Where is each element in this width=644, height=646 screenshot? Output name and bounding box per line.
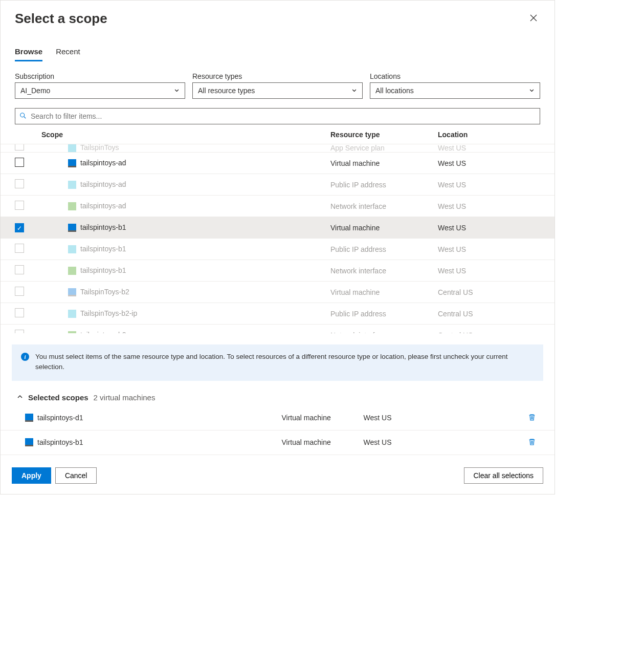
subscription-value: AI_Demo bbox=[20, 87, 50, 95]
resource-location: West US bbox=[438, 159, 540, 167]
resource-name: tailspintoys-b2 bbox=[80, 331, 126, 333]
resource-name: TailspinToys bbox=[80, 144, 119, 152]
resource-table[interactable]: TailspinToysApp Service planWest UStails… bbox=[1, 144, 554, 333]
resource-name: tailspintoys-ad bbox=[80, 159, 126, 167]
resource-type: Virtual machine bbox=[330, 288, 438, 296]
chevron-down-icon bbox=[173, 85, 181, 96]
subscription-label: Subscription bbox=[15, 72, 185, 80]
locations-value: All locations bbox=[375, 87, 414, 95]
nic-icon bbox=[68, 202, 76, 210]
row-checkbox bbox=[15, 265, 24, 274]
resource-type: Virtual machine bbox=[330, 159, 438, 167]
table-row: tailspintoys-adNetwork interfaceWest US bbox=[1, 196, 554, 217]
selected-scope-row: tailspintoys-b1Virtual machineWest US bbox=[1, 430, 554, 455]
resource-name: TailspinToys-b2-ip bbox=[80, 309, 137, 317]
table-row: tailspintoys-b2Network interfaceCentral … bbox=[1, 325, 554, 333]
search-input[interactable] bbox=[30, 112, 536, 121]
resource-name: TailspinToys-b2 bbox=[80, 288, 129, 296]
vm-icon bbox=[25, 414, 33, 422]
select-scope-panel: Select a scope Browse Recent Subscriptio… bbox=[0, 0, 555, 494]
column-scope: Scope bbox=[41, 131, 330, 139]
resource-type: Public IP address bbox=[330, 310, 438, 318]
locations-select[interactable]: All locations bbox=[370, 82, 540, 99]
resource-name: tailspintoys-b1 bbox=[80, 223, 126, 231]
close-button[interactable] bbox=[527, 11, 540, 26]
tab-browse[interactable]: Browse bbox=[15, 47, 42, 61]
vm-icon bbox=[68, 288, 76, 296]
panel-title: Select a scope bbox=[15, 11, 107, 27]
selected-location: West US bbox=[364, 438, 528, 446]
apply-button[interactable]: Apply bbox=[12, 467, 51, 484]
row-checkbox[interactable] bbox=[15, 223, 24, 232]
nic-icon bbox=[68, 331, 76, 333]
selected-type: Virtual machine bbox=[282, 438, 364, 446]
row-checkbox bbox=[15, 308, 24, 317]
table-row[interactable]: tailspintoys-adVirtual machineWest US bbox=[1, 153, 554, 174]
resource-types-select[interactable]: All resource types bbox=[192, 82, 363, 99]
table-row: TailspinToys-b2Virtual machineCentral US bbox=[1, 282, 554, 303]
resource-type: Public IP address bbox=[330, 181, 438, 189]
resource-type: Network interface bbox=[330, 267, 438, 275]
selected-scope-row: tailspintoys-d1Virtual machineWest US bbox=[1, 406, 554, 430]
clear-all-button[interactable]: Clear all selections bbox=[464, 467, 544, 484]
close-icon bbox=[530, 13, 537, 24]
ip-icon bbox=[68, 181, 76, 189]
subscription-select[interactable]: AI_Demo bbox=[15, 82, 185, 99]
resource-types-label: Resource types bbox=[192, 72, 363, 80]
column-type: Resource type bbox=[330, 131, 438, 139]
table-row: tailspintoys-b1Public IP addressWest US bbox=[1, 239, 554, 260]
resource-type: Network interface bbox=[330, 202, 438, 210]
resource-location: West US bbox=[438, 267, 540, 275]
selected-scopes-count: 2 virtual machines bbox=[94, 393, 156, 402]
resource-type: App Service plan bbox=[330, 144, 438, 152]
row-checkbox bbox=[15, 330, 24, 333]
cancel-button[interactable]: Cancel bbox=[55, 467, 97, 484]
search-field[interactable] bbox=[15, 108, 540, 124]
resource-location: West US bbox=[438, 202, 540, 210]
resource-name: tailspintoys-b1 bbox=[80, 245, 126, 253]
resource-type: Virtual machine bbox=[330, 224, 438, 232]
row-checkbox bbox=[15, 179, 24, 188]
row-checkbox bbox=[15, 244, 24, 253]
selected-scopes-header[interactable]: Selected scopes 2 virtual machines bbox=[1, 381, 554, 406]
resource-location: West US bbox=[438, 224, 540, 232]
table-row[interactable]: TailspinToysApp Service planWest US bbox=[1, 144, 554, 153]
vm-icon bbox=[25, 438, 33, 446]
selected-name: tailspintoys-b1 bbox=[37, 438, 83, 446]
svg-line-1 bbox=[24, 116, 26, 118]
remove-selection-button[interactable] bbox=[528, 438, 540, 447]
vm-icon bbox=[68, 224, 76, 232]
ip-icon bbox=[68, 310, 76, 318]
resource-name: tailspintoys-b1 bbox=[80, 266, 126, 274]
nic-icon bbox=[68, 267, 76, 275]
selected-scopes-label: Selected scopes bbox=[28, 393, 88, 402]
locations-label: Locations bbox=[370, 72, 540, 80]
chevron-down-icon bbox=[350, 85, 358, 96]
chevron-up-icon bbox=[17, 394, 23, 401]
selected-name: tailspintoys-d1 bbox=[37, 414, 83, 422]
resource-types-value: All resource types bbox=[198, 87, 255, 95]
resource-location: West US bbox=[438, 181, 540, 189]
row-checkbox[interactable] bbox=[15, 158, 24, 167]
svg-point-0 bbox=[20, 113, 25, 117]
info-icon: i bbox=[21, 353, 29, 361]
row-checkbox bbox=[15, 287, 24, 296]
resource-location: West US bbox=[438, 245, 540, 253]
table-header: Scope Resource type Location bbox=[1, 124, 554, 144]
row-checkbox bbox=[15, 144, 24, 150]
table-row[interactable]: tailspintoys-b1Virtual machineWest US bbox=[1, 217, 554, 239]
resource-location: Central US bbox=[438, 331, 540, 334]
selected-type: Virtual machine bbox=[282, 414, 364, 422]
resource-location: Central US bbox=[438, 288, 540, 296]
info-banner: i You must select items of the same reso… bbox=[12, 344, 543, 381]
selected-location: West US bbox=[364, 414, 528, 422]
selected-scopes-list: tailspintoys-d1Virtual machineWest UStai… bbox=[1, 406, 554, 455]
resource-name: tailspintoys-ad bbox=[80, 180, 126, 188]
table-row: TailspinToys-b2-ipPublic IP addressCentr… bbox=[1, 303, 554, 325]
resource-type: Public IP address bbox=[330, 245, 438, 253]
remove-selection-button[interactable] bbox=[528, 413, 540, 423]
column-location: Location bbox=[438, 131, 540, 139]
search-icon bbox=[19, 112, 27, 121]
resource-name: tailspintoys-ad bbox=[80, 202, 126, 210]
tab-recent[interactable]: Recent bbox=[56, 47, 80, 61]
